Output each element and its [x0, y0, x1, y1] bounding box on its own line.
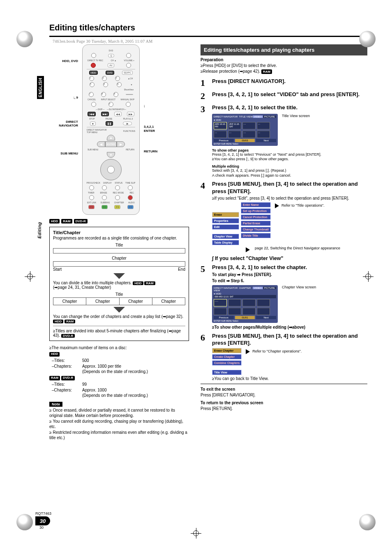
section-tab: Editing	[37, 222, 42, 239]
section-heading: Editing titles/chapters and playing chap…	[201, 44, 367, 55]
step-3: 3 Press [3, 4, 2, 1] to select the title…	[201, 104, 367, 178]
step-4: 4 Press [SUB MENU], then [3, 4] to selec…	[201, 180, 367, 261]
chapter-view-screenshot: DIRECT NAVIGATOR CHAPTER VIEWVIDEOPICTUR…	[212, 285, 278, 323]
applies-to-chips: HDD RAM DVD-R	[49, 219, 189, 223]
page-title: Editing titles/chapters	[49, 23, 367, 32]
step-5: 5 Press [3, 4, 2, 1] to select the chapt…	[201, 264, 367, 330]
note-list: Once erased, divided or partially erased…	[49, 408, 189, 441]
step-1: 1 Press [DIRECT NAVIGATOR].	[201, 78, 367, 88]
crop-mark	[25, 271, 35, 282]
step-2: 2 Press [3, 4, 2, 1] to select "VIDEO" t…	[201, 91, 367, 101]
remote-control-illustration: DVD ① DIRECT TV RECCH ▲VOLUME + AV HDDDV…	[82, 44, 140, 215]
crop-mark	[363, 271, 374, 282]
rule	[49, 36, 367, 37]
preparation: Preparation ≥Press [HDD] or [DVD] to sel…	[201, 57, 367, 74]
language-tab: ENGLISH	[37, 76, 44, 99]
page-footer: RQT7463 30 30	[35, 511, 51, 530]
remote-callouts-left: HDD, DVD :, 9 DIRECT NAVIGATOR SUB MENU	[49, 44, 78, 215]
print-mark: 7463en.book Page 30 Tuesday, March 8, 20…	[53, 39, 152, 44]
crop-mark	[191, 528, 201, 539]
exit-instructions: To exit the screen Press [DIRECT NAVIGAT…	[201, 387, 367, 398]
remote-callouts-right: ; 3,4,2,1 ENTER RETURN	[144, 44, 162, 215]
title-chapter-panel: Title/Chapter Programmes are recorded as…	[49, 227, 189, 341]
note-label: Note	[49, 402, 62, 407]
max-items: ≥The maximum number of items on a disc: …	[49, 345, 189, 398]
return-instructions: To return to the previous screen Press […	[201, 400, 367, 411]
step-6: 6 Press [SUB MENU], then [3, 4] to selec…	[201, 332, 367, 381]
title-view-screenshot: DIRECT NAVIGATOR TITLE VIEWVIDEOPICTURE …	[212, 114, 278, 146]
